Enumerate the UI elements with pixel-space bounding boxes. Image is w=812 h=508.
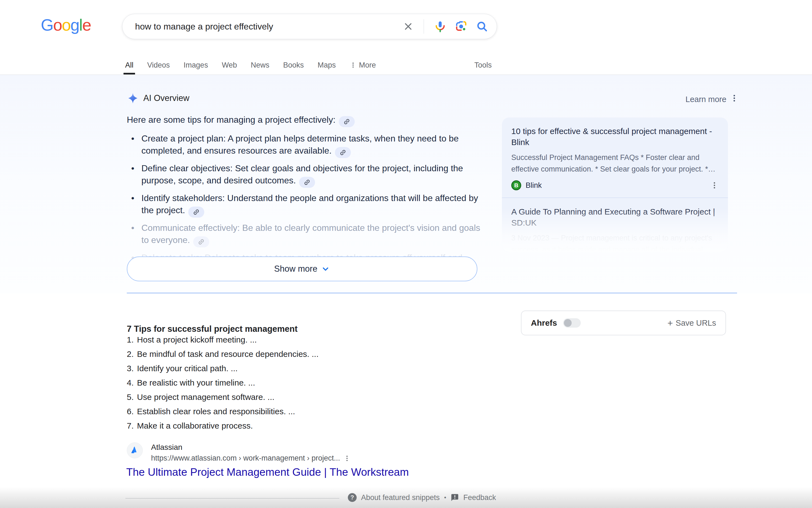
atlassian-favicon xyxy=(127,442,143,458)
source-card-title[interactable]: 10 tips for effective & successful proje… xyxy=(511,126,719,148)
logo-letter: o xyxy=(53,16,62,34)
google-serp-page: Google how to manage a project effective… xyxy=(0,0,812,508)
logo-letter: l xyxy=(79,16,82,34)
about-featured-snippets-link[interactable]: About featured snippets xyxy=(361,493,440,502)
ahrefs-toggle[interactable] xyxy=(563,318,581,328)
result-type-tabs: AllVideosImagesWebNewsBooksMapsMore xyxy=(125,56,377,75)
show-more-button[interactable]: Show more xyxy=(127,256,477,281)
tab-more[interactable]: More xyxy=(349,56,377,75)
tools-button[interactable]: Tools xyxy=(474,56,492,75)
tab-news[interactable]: News xyxy=(250,56,270,75)
save-urls-button[interactable]: + Save URLs xyxy=(667,319,716,328)
ai-overview-menu-icon[interactable] xyxy=(730,94,739,102)
result-menu-icon[interactable] xyxy=(343,455,350,462)
tip-number: 4. xyxy=(127,376,134,390)
ai-bullet-list: Create a project plan: A project plan he… xyxy=(127,132,482,264)
tip-number: 6. xyxy=(127,404,134,419)
tip-text: Establish clear roles and responsibiliti… xyxy=(137,407,295,416)
mic-icon[interactable] xyxy=(434,20,446,33)
snippet-footer: ? About featured snippets • Feedback xyxy=(348,492,496,504)
bullet-text: Create a project plan: A project plan he… xyxy=(141,133,459,156)
toggle-knob xyxy=(564,319,572,327)
ai-overview-header: AI Overview xyxy=(127,92,189,104)
tip-number: 1. xyxy=(127,333,134,347)
chevron-down-icon xyxy=(321,264,330,273)
tab-web[interactable]: Web xyxy=(221,56,238,75)
source-name: Blink xyxy=(526,181,542,190)
tip-number: 3. xyxy=(127,361,134,376)
sparkle-icon xyxy=(127,92,139,104)
result-title-link[interactable]: The Ultimate Project Management Guide | … xyxy=(126,466,409,478)
search-box[interactable]: how to manage a project effectively xyxy=(122,14,497,39)
feedback-link[interactable]: Feedback xyxy=(463,493,496,502)
search-divider xyxy=(424,19,424,34)
tip-list-item: 6.Establish clear roles and responsibili… xyxy=(127,404,319,419)
search-input[interactable]: how to manage a project effectively xyxy=(135,22,403,32)
ai-overview-bullet: Identify stakeholders: Understand the pe… xyxy=(127,192,482,216)
source-card[interactable]: 10 tips for effective & successful proje… xyxy=(502,118,728,198)
featured-snippet-list: 1.Host a project kickoff meeting. ...2.B… xyxy=(127,333,319,433)
source-link-chip[interactable] xyxy=(299,177,315,188)
feedback-icon[interactable] xyxy=(451,493,459,502)
tip-text: Make it a collaborative process. xyxy=(137,421,253,430)
ai-overview-bullet: Create a project plan: A project plan he… xyxy=(127,132,482,157)
tab-label: Books xyxy=(283,61,304,70)
ai-overview-content: Here are some tips for managing a projec… xyxy=(127,114,482,269)
tip-list-item: 5.Use project management software. ... xyxy=(127,390,319,404)
tab-label: More xyxy=(359,61,376,70)
search-icon[interactable] xyxy=(476,20,488,33)
link-icon xyxy=(191,207,201,217)
show-more-label: Show more xyxy=(274,264,318,274)
more-dots-icon xyxy=(349,61,357,69)
question-icon[interactable]: ? xyxy=(348,493,357,502)
footer-divider xyxy=(126,498,339,499)
tip-list-item: 1.Host a project kickoff meeting. ... xyxy=(127,333,319,347)
link-icon xyxy=(338,147,348,158)
link-icon xyxy=(302,177,312,187)
tip-number: 2. xyxy=(127,347,134,361)
google-logo[interactable]: Google xyxy=(41,15,91,35)
source-link-chip[interactable] xyxy=(188,207,204,218)
logo-letter: g xyxy=(70,16,79,34)
source-link-chip[interactable] xyxy=(339,116,355,127)
tip-number: 5. xyxy=(127,390,134,404)
panel-fade-overlay xyxy=(502,208,728,252)
ai-intro-text: Here are some tips for managing a projec… xyxy=(127,115,335,125)
source-card-snippet: Successful Project Management FAQs * Fos… xyxy=(511,152,719,175)
tab-label: Maps xyxy=(318,61,336,70)
ahrefs-label: Ahrefs xyxy=(531,318,557,328)
tab-label: Videos xyxy=(147,61,170,70)
source-menu-icon[interactable] xyxy=(710,181,719,189)
clear-icon[interactable] xyxy=(403,21,414,32)
tab-label: Images xyxy=(184,61,208,70)
tip-list-item: 7.Make it a collaborative process. xyxy=(127,419,319,433)
tip-number: 7. xyxy=(127,419,134,433)
logo-letter: G xyxy=(41,16,53,34)
tip-text: Use project management software. ... xyxy=(137,392,275,401)
search-bar-icons xyxy=(403,19,488,34)
result-url: https://www.atlassian.com › work-managem… xyxy=(151,454,350,463)
tip-list-item: 4.Be realistic with your timeline. ... xyxy=(127,376,319,390)
source-link-chip[interactable] xyxy=(193,236,209,247)
learn-more-link[interactable]: Learn more xyxy=(685,95,726,104)
result-site-name: Atlassian xyxy=(151,443,183,452)
tab-maps[interactable]: Maps xyxy=(317,56,336,75)
tip-text: Identify your critical path. ... xyxy=(137,364,238,373)
tab-images[interactable]: Images xyxy=(183,56,209,75)
ai-sources-panel: 10 tips for effective & successful proje… xyxy=(502,118,728,252)
tab-label: News xyxy=(251,61,270,70)
bullet-text: Communicate effectively: Be able to clea… xyxy=(141,223,480,245)
footer-separator-dot: • xyxy=(444,494,446,501)
tab-videos[interactable]: Videos xyxy=(147,56,170,75)
tip-list-item: 2.Be mindful of task and resource depend… xyxy=(127,347,319,361)
tab-label: Web xyxy=(222,61,237,70)
source-card-footer: BBlink xyxy=(511,180,719,190)
link-icon xyxy=(342,117,352,127)
ai-overview-label: AI Overview xyxy=(143,93,189,103)
tab-all[interactable]: All xyxy=(125,56,134,75)
tab-books[interactable]: Books xyxy=(283,56,304,75)
logo-letter: e xyxy=(82,16,91,34)
source-link-chip[interactable] xyxy=(335,147,351,158)
ai-overview-bullet: Define clear objectives: Set clear goals… xyxy=(127,162,482,186)
lens-icon[interactable] xyxy=(455,20,468,33)
